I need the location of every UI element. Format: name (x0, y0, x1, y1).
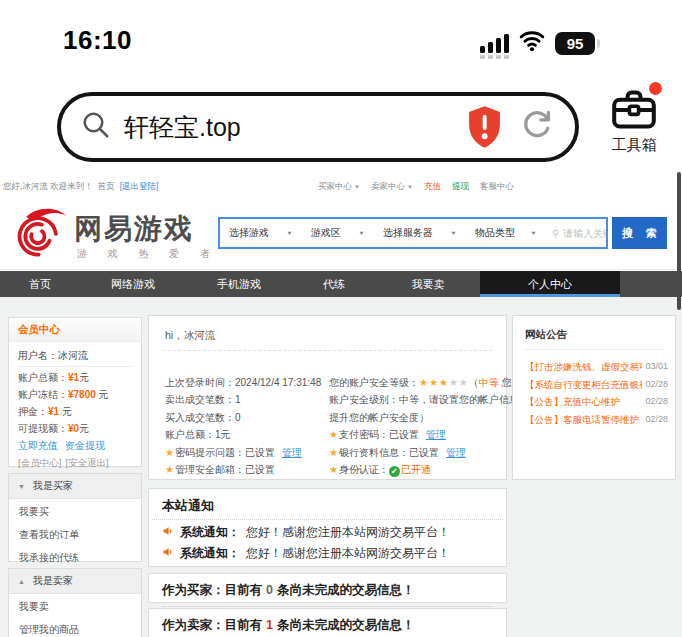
menu-item-buy[interactable]: 我要买 (9, 499, 141, 522)
chevron-down-icon: ▼ (18, 483, 25, 490)
briefcase-icon (610, 117, 658, 134)
site-notices-title: 本站通知 (149, 489, 506, 519)
menu-item-sell[interactable]: 我要卖 (9, 594, 141, 617)
buyer-menu-header[interactable]: ▼ 我是买家 (9, 474, 141, 499)
buyer-pending-panel: 作为买家：目前有0条尚未完成的交易信息！ (148, 573, 507, 603)
caret-down-icon: ▼ (358, 230, 365, 236)
check-circle-icon: ✔ (389, 466, 400, 477)
buyer-pending-count: 0 (266, 583, 273, 597)
stars-empty-icon: ★★ (449, 377, 469, 388)
bought-count-row: 买入成交笔数：0 (165, 409, 321, 426)
notice-item: 系统通知：您好！感谢您注册本站网游交易平台！ (149, 520, 506, 541)
brand-row: 网易游戏 游 戏 热 爱 者 选择游戏▼ 游戏区▼ 选择服务器▼ 物品类型▼ ⚲… (0, 198, 682, 270)
service-link[interactable]: 客服中心 (480, 181, 514, 193)
battery-percent-text: 95 (567, 35, 584, 52)
scrollbar-thumb[interactable] (677, 172, 681, 310)
menu-item-view-orders[interactable]: 查看我的订单 (9, 522, 141, 545)
announcement-item[interactable]: 【公告】客服电话暂停维护02/28 (525, 411, 668, 429)
seller-pending-panel: 作为卖家：目前有1条尚未完成的交易信息！ (148, 608, 507, 637)
password-hint-row: ★密码提示问题：已设置 管理 (165, 444, 321, 461)
buyer-center-link[interactable]: 买家中心▼ (318, 181, 360, 193)
battery-indicator: 95 (555, 32, 595, 55)
security-level-row: 您的账户安全等级：★★★★★（中等 您的 (329, 374, 522, 391)
game-select[interactable]: 选择游戏▼ (220, 226, 302, 240)
announcement-item[interactable]: 【打击涉嫌洗钱、虚假交易可疑不03/01 (525, 358, 668, 376)
region-select[interactable]: 游戏区▼ (302, 226, 374, 240)
toolbox-button[interactable]: 工具箱 (601, 87, 667, 155)
shield-alert-icon[interactable] (466, 105, 503, 149)
star-icon: ★ (165, 447, 174, 458)
pay-password-row: ★支付密码：已设置 管理 (329, 426, 522, 443)
reload-icon[interactable] (519, 107, 555, 147)
content-area: 会员中心 用户名：冰河流 账户总额：¥1元 账户冻结：¥7800 元 押金：¥1… (0, 297, 682, 637)
toolbox-label: 工具箱 (601, 136, 667, 155)
member-center-footer-link[interactable]: [会员中心] (18, 454, 61, 471)
stars-filled-icon: ★★★ (419, 377, 449, 388)
notification-dot (649, 82, 662, 95)
brand-subtitle: 游 戏 热 爱 者 (77, 247, 219, 261)
search-icon: ⚲ (552, 228, 559, 239)
announcements-title: 网站公告 (513, 316, 675, 349)
speaker-icon (162, 546, 174, 561)
chevron-up-icon: ▲ (18, 578, 25, 585)
seller-center-link[interactable]: 卖家中心▼ (371, 181, 413, 193)
sold-count-row: 卖出成交笔数：1 (165, 391, 321, 408)
home-link[interactable]: 首页 (98, 181, 115, 193)
logout-link[interactable]: [退出登陆] (120, 181, 159, 193)
security-note-row: 提升您的帐户安全度） (329, 409, 522, 426)
recharge-link[interactable]: 充值 (424, 181, 441, 193)
menu-item-boosting-taken[interactable]: 我承接的代练 (9, 545, 141, 568)
member-center-title: 会员中心 (9, 318, 141, 342)
safe-logout-link[interactable]: [安全退出] (65, 454, 108, 471)
server-select[interactable]: 选择服务器▼ (374, 226, 466, 240)
keyword-input[interactable] (563, 228, 606, 239)
dashboard-panel: hi，冰河流 上次登录时间：2024/12/4 17:31:48 卖出成交笔数：… (148, 315, 507, 480)
site-notices-panel: 本站通知 系统通知：您好！感谢您注册本站网游交易平台！ 系统通知：您好！感谢您注… (148, 488, 507, 567)
search-button[interactable]: 搜 索 (612, 217, 667, 249)
identity-row: ★身份认证：✔已开通 (329, 461, 522, 478)
manage-password-hint-link[interactable]: 管理 (282, 447, 302, 458)
member-center-panel: 会员中心 用户名：冰河流 账户总额：¥1元 账户冻结：¥7800 元 押金：¥1… (8, 317, 142, 467)
menu-item-manage-goods[interactable]: 管理我的商品 (9, 617, 141, 637)
buyer-pending-text: 作为买家：目前有0条尚未完成的交易信息！ (162, 582, 493, 607)
cellular-signal-icon (480, 33, 509, 53)
nav-tab-home[interactable]: 首页 (0, 271, 80, 297)
url-text[interactable]: 轩轻宝.top (124, 111, 466, 144)
announcement-item[interactable]: 【公告】充值中心维护02/28 (525, 393, 668, 411)
caret-down-icon: ▼ (407, 184, 413, 190)
funds-withdraw-link[interactable]: 资金提现 (65, 437, 105, 454)
recharge-now-link[interactable]: 立即充值 (18, 437, 58, 454)
notice-item: 系统通知：您好！感谢您注册本站网游交易平台！ (149, 541, 506, 562)
site-header: 您好,冰河流 欢迎来到！ 首页 [退出登陆] 买家中心▼ 卖家中心▼ 充值 提现… (0, 174, 682, 198)
withdraw-link[interactable]: 提现 (452, 181, 469, 193)
manage-pay-password-link[interactable]: 管理 (426, 429, 446, 440)
caret-down-icon: ▼ (286, 230, 293, 236)
type-select[interactable]: 物品类型▼ (466, 226, 546, 240)
status-bar: 16:10 95 (0, 0, 682, 80)
account-frozen-row: 账户冻结：¥7800 元 (18, 386, 132, 403)
star-icon: ★ (165, 464, 174, 475)
brand-title: 网易游戏 (74, 210, 194, 248)
nav-tab-personal-center[interactable]: 个人中心 (480, 271, 620, 297)
search-icon (81, 110, 111, 144)
nav-tab-sell[interactable]: 我要卖 (376, 271, 480, 297)
speaker-icon (162, 525, 174, 540)
clock-text: 16:10 (63, 25, 132, 56)
account-total-row: 账户总额：¥1元 (18, 369, 132, 386)
netease-logo-icon (12, 203, 69, 261)
nav-tab-boosting[interactable]: 代练 (292, 271, 376, 297)
seller-pending-count: 1 (266, 618, 273, 632)
seller-menu-header[interactable]: ▲ 我是卖家 (9, 569, 141, 594)
address-bar[interactable]: 轩轻宝.top (57, 92, 579, 162)
manage-bank-info-link[interactable]: 管理 (446, 447, 466, 458)
main-nav: 首页 网络游戏 手机游戏 代练 我要卖 个人中心 (0, 271, 682, 297)
nav-tab-mobile-games[interactable]: 手机游戏 (186, 271, 292, 297)
announcements-panel: 网站公告 【打击涉嫌洗钱、虚假交易可疑不03/01 【系统自行变更柜台充值银行卡… (512, 315, 676, 480)
search-filter-bar: 选择游戏▼ 游戏区▼ 选择服务器▼ 物品类型▼ ⚲ (218, 217, 608, 249)
wifi-icon (519, 30, 545, 56)
announcement-item[interactable]: 【系统自行变更柜台充值银行卡号02/28 (525, 376, 668, 394)
star-icon: ★ (329, 447, 338, 458)
bank-info-row: ★银行资料信息：已设置 管理 (329, 444, 522, 461)
nav-filler (620, 271, 682, 297)
nav-tab-online-games[interactable]: 网络游戏 (80, 271, 186, 297)
